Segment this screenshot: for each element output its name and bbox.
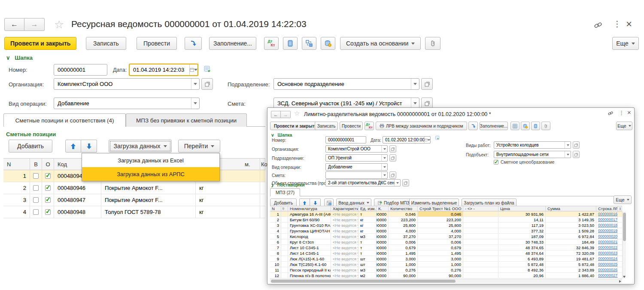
close-window-icon[interactable]: ×: [627, 109, 631, 116]
department-open-button[interactable]: [421, 78, 433, 90]
col-separator[interactable]: - <> -: [463, 206, 498, 211]
table-row[interactable]: 2 000480946 Покрытие Армокот F... кг: [3, 182, 265, 194]
calendar-icon[interactable]: [189, 64, 197, 75]
checkbox-o-cell[interactable]: [42, 182, 54, 194]
col-quantity[interactable]: Количество: [389, 206, 418, 211]
stroy-trest-cell[interactable]: 223,200: [418, 217, 463, 222]
get-link-icon[interactable]: [608, 110, 614, 116]
table-row[interactable]: 3 000480947 Покрытие Армокот F... кг: [3, 194, 265, 206]
checkbox-unchecked-icon[interactable]: [33, 209, 39, 215]
database-lock-button[interactable]: [321, 37, 335, 50]
dropdown-icon[interactable]: [381, 164, 387, 170]
stroy-trest-cell[interactable]: 90,000: [418, 273, 463, 278]
forward-button[interactable]: →: [24, 18, 45, 31]
load-data-button[interactable]: Загрузка данных: [109, 140, 172, 153]
post-button[interactable]: Провести: [340, 122, 363, 130]
lrv-line-link[interactable]: 000000023: [598, 251, 617, 255]
favorite-star-icon[interactable]: ☆: [294, 110, 300, 117]
checkbox-o-cell[interactable]: [42, 194, 54, 206]
stroy-trest-cell[interactable]: 25,800: [418, 223, 463, 228]
table-row[interactable]: 10 Люк Т(С250)-К.1-60 <Не ведется уч... …: [270, 262, 622, 267]
estimate-combo[interactable]: [325, 171, 388, 179]
lrv-line-link[interactable]: 000000021: [598, 240, 617, 244]
checkbox-unchecked-icon[interactable]: [33, 197, 39, 203]
col-n[interactable]: N: [3, 159, 30, 170]
operation-type-combo[interactable]: Добавление: [54, 98, 200, 109]
dtkt-button[interactable]: ДтКт: [264, 37, 279, 50]
post-and-close-button[interactable]: Провести и закрыть: [270, 122, 321, 130]
table-row[interactable]: 11 Песок природный II кл... <Не ведется …: [270, 267, 622, 273]
stroy-trest-cell[interactable]: 1,000: [418, 262, 463, 267]
stroy-trest-cell[interactable]: 4,000: [418, 228, 463, 233]
col-price[interactable]: Цена: [498, 206, 546, 211]
dropdown-icon[interactable]: [411, 79, 419, 89]
number-field[interactable]: 00000000001: [325, 136, 366, 143]
table-row[interactable]: 2 Битум БН 60/90 <Не ведется уч... кг 1,…: [270, 217, 622, 223]
operation-type-combo[interactable]: Добавление: [325, 163, 388, 171]
lrv-line-link[interactable]: 000000027: [598, 273, 617, 278]
fill-button[interactable]: Заполнение...: [480, 122, 508, 130]
dtkt-button[interactable]: ДтКт: [365, 122, 374, 130]
structure-button[interactable]: [302, 37, 316, 50]
checkbox-o-cell[interactable]: [42, 170, 54, 182]
database-lock-button[interactable]: [521, 122, 530, 130]
tab-mpz[interactable]: МПЗ (27): [270, 188, 300, 196]
attachments-button[interactable]: [425, 37, 440, 50]
forward-button[interactable]: →: [281, 111, 291, 118]
move-down-button[interactable]: [81, 140, 97, 153]
dropdown-icon[interactable]: [191, 98, 199, 109]
checkbox-o-cell[interactable]: [42, 206, 54, 218]
more-button[interactable]: Еще: [616, 122, 632, 130]
organization-open-button[interactable]: [201, 78, 213, 90]
stroy-trest-cell[interactable]: 0,006: [418, 239, 463, 244]
department-combo[interactable]: ОП Уренгой: [325, 154, 388, 162]
lrv-line-link[interactable]: 000000024: [598, 256, 617, 261]
post-button[interactable]: Провести: [137, 37, 177, 50]
table-row[interactable]: 8 Лист 14 С345-1 <Не ведется уч... т 1,0…: [270, 250, 622, 256]
date-field[interactable]: 01.04.2019 14:22:03: [129, 64, 198, 76]
stroy-trest-cell[interactable]: 0,679: [418, 245, 463, 250]
checkbox-checked-icon[interactable]: [45, 185, 51, 191]
save-button[interactable]: Записать: [86, 37, 126, 50]
department-open-button[interactable]: [389, 154, 396, 162]
department-combo[interactable]: Основное подразделение: [273, 78, 419, 90]
section-header-shapka[interactable]: ∨ Шапка: [271, 132, 292, 137]
horizontal-scrollbar[interactable]: [270, 279, 622, 283]
checkbox-v-cell[interactable]: [30, 170, 42, 182]
add-button[interactable]: Добавить: [9, 140, 52, 153]
move-up-button[interactable]: [65, 140, 81, 153]
lrv-line-link[interactable]: 000000025: [598, 262, 617, 266]
dropdown-icon[interactable]: [381, 172, 387, 178]
dropdown-icon[interactable]: [565, 142, 571, 148]
estimate-open-button[interactable]: [389, 171, 396, 179]
close-window-icon[interactable]: ×: [626, 18, 632, 30]
post-and-close-button[interactable]: Провести и закрыть: [4, 37, 76, 50]
dropdown-icon[interactable]: [381, 146, 387, 152]
construction-object-open-button[interactable]: [402, 179, 409, 186]
create-based-quick-icon[interactable]: [204, 65, 212, 74]
col-unit[interactable]: Ед. изм.: [358, 206, 377, 211]
post-document-arrow-button[interactable]: [185, 37, 202, 50]
section-header-shapka[interactable]: ∨ Шапка: [6, 55, 33, 61]
lrv-line-link[interactable]: 000000022: [598, 245, 617, 250]
table-row[interactable]: 7 Лист 10 С345-1 <Не ведется уч... т 1,0…: [270, 245, 622, 250]
scroll-right-icon[interactable]: [619, 280, 621, 283]
subobject-combo[interactable]: Внутриплощадочные сети: [494, 151, 571, 158]
attachments-button[interactable]: [541, 122, 550, 130]
col-lrv-line[interactable]: Строка ЛРВ: [596, 206, 618, 211]
checkbox-v-cell[interactable]: [30, 194, 42, 206]
work-types-open-button[interactable]: [573, 141, 580, 149]
checkbox-checked-icon[interactable]: [45, 173, 51, 179]
number-field[interactable]: 000000001: [54, 64, 107, 76]
organization-combo[interactable]: КомплектСтрой ООО: [54, 78, 200, 90]
table-row[interactable]: 1 Арматура 16 А-III (А40... <Не ведется …: [270, 211, 622, 217]
lrv-line-link[interactable]: 000000026: [598, 268, 617, 272]
organization-combo[interactable]: КомплектСтрой ООО: [325, 145, 388, 153]
menu-item[interactable]: Загрузка данных из Excel: [82, 153, 219, 167]
date-field[interactable]: 01.02.2020 12:00:00: [383, 136, 431, 143]
section-header-suppliers[interactable]: ❯ Поставщики: [271, 182, 305, 187]
col-i-cut[interactable]: I: [618, 206, 622, 211]
get-link-icon[interactable]: [593, 21, 603, 30]
kebab-menu-icon[interactable]: ⋮: [619, 110, 624, 116]
col-quantity-cut[interactable]: Ко: [260, 159, 265, 170]
